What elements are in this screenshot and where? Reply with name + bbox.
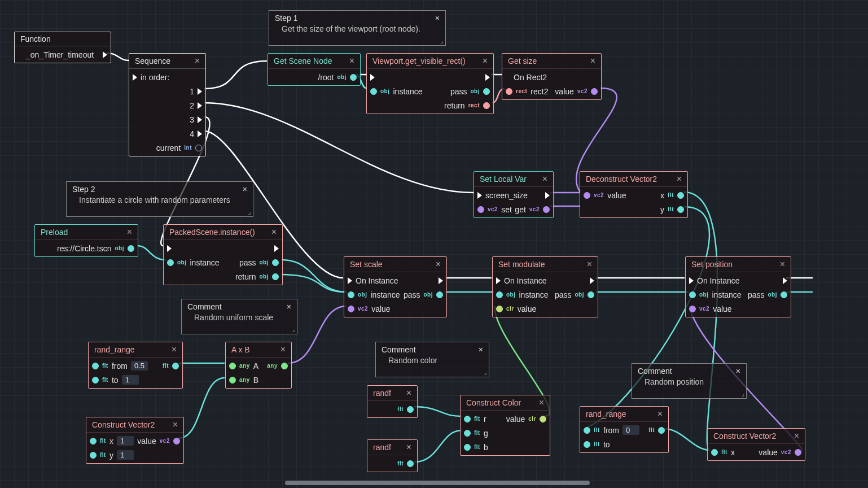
resize-handle-icon[interactable]: ⌟ <box>440 37 444 45</box>
port-in[interactable] <box>584 192 590 199</box>
port-out[interactable] <box>591 88 598 95</box>
exec-out-icon[interactable] <box>103 51 107 58</box>
port-out[interactable] <box>795 449 801 456</box>
port-out[interactable] <box>195 145 202 151</box>
port-in[interactable] <box>167 259 174 266</box>
port-out[interactable] <box>540 416 546 422</box>
close-icon[interactable]: × <box>780 259 785 269</box>
exec-in-icon[interactable] <box>167 245 172 252</box>
exec-out-icon[interactable] <box>590 277 594 284</box>
close-icon[interactable]: × <box>287 302 291 311</box>
from-input[interactable]: 0.5 <box>131 361 148 371</box>
resize-handle-icon[interactable]: ⌟ <box>292 325 295 333</box>
close-icon[interactable]: × <box>539 398 544 408</box>
node-deconstruct-vec2[interactable]: Deconstruct Vector2× vc2valuexflt yflt <box>580 171 688 218</box>
port-in[interactable] <box>496 291 503 298</box>
y-input[interactable]: 1 <box>117 450 134 460</box>
port-in[interactable] <box>464 416 471 422</box>
node-function[interactable]: Function _on_Timer_timeout <box>14 32 111 63</box>
close-icon[interactable]: × <box>172 345 177 355</box>
close-icon[interactable]: × <box>406 388 411 398</box>
comment-scale[interactable]: Comment× Random uniform scale ⌟ <box>181 299 297 334</box>
comment-step1[interactable]: Step 1× Get the size of the viewport (ro… <box>269 10 446 46</box>
resize-handle-icon[interactable]: ⌟ <box>484 368 487 376</box>
node-get-size[interactable]: Get size× On Rect2 rectrect2valuevc2 <box>502 53 602 100</box>
port-in[interactable] <box>689 306 696 312</box>
close-icon[interactable]: × <box>677 174 682 184</box>
close-icon[interactable]: × <box>271 227 277 237</box>
port-out[interactable] <box>407 460 414 467</box>
port-in[interactable] <box>496 306 503 312</box>
port-out[interactable] <box>677 206 684 213</box>
node-a-times-b[interactable]: A x B× anyAany anyB <box>225 342 292 389</box>
close-icon[interactable]: × <box>173 420 178 430</box>
from-input[interactable]: 0 <box>622 425 639 435</box>
port-out[interactable] <box>483 102 490 109</box>
exec-out-icon[interactable] <box>198 116 202 123</box>
node-randf-2[interactable]: randf× flt <box>367 439 418 472</box>
port-in[interactable] <box>711 449 718 456</box>
port-out[interactable] <box>172 363 179 369</box>
port-in[interactable] <box>506 88 512 95</box>
close-icon[interactable]: × <box>587 259 592 269</box>
close-icon[interactable]: × <box>542 174 547 184</box>
node-construct-color[interactable]: Construct Color× fltrvalueclr fltg fltb <box>460 395 550 456</box>
port-in[interactable] <box>229 377 236 384</box>
close-icon[interactable]: × <box>243 185 247 194</box>
node-construct-vec2-2[interactable]: Construct Vector2× fltxvaluevc2 <box>707 428 805 461</box>
close-icon[interactable]: × <box>436 259 441 269</box>
port-in[interactable] <box>229 363 236 369</box>
exec-out-icon[interactable] <box>274 245 279 252</box>
port-in[interactable] <box>689 291 696 298</box>
exec-in-icon[interactable] <box>133 74 137 81</box>
port-out[interactable] <box>281 363 288 369</box>
port-in[interactable] <box>584 441 590 448</box>
port-in[interactable] <box>464 444 471 451</box>
port-out[interactable] <box>272 259 279 266</box>
exec-in-icon[interactable] <box>689 277 694 284</box>
exec-out-icon[interactable] <box>485 74 490 81</box>
node-viewport-rect[interactable]: Viewport.get_visible_rect()× objinstance… <box>366 53 494 114</box>
x-input[interactable]: 1 <box>117 436 134 446</box>
exec-in-icon[interactable] <box>477 192 482 199</box>
close-icon[interactable]: × <box>127 227 132 237</box>
exec-in-icon[interactable] <box>370 74 375 81</box>
port-in[interactable] <box>90 452 97 459</box>
close-icon[interactable]: × <box>435 14 440 23</box>
node-preload[interactable]: Preload× res://Circle.tscnobj <box>34 224 138 257</box>
close-icon[interactable]: × <box>280 345 286 355</box>
close-icon[interactable]: × <box>349 56 354 66</box>
to-input[interactable]: 1 <box>122 375 139 385</box>
close-icon[interactable]: × <box>483 56 488 66</box>
close-icon[interactable]: × <box>590 56 595 66</box>
comment-position[interactable]: Comment× Random position ⌟ <box>632 363 747 399</box>
port-in[interactable] <box>477 206 484 213</box>
node-rand-range-2[interactable]: rand_range× fltfrom0flt fltto <box>580 406 669 453</box>
node-set-local-var[interactable]: Set Local Var× screen_size vc2setgetvc2 <box>474 171 554 218</box>
port-out[interactable] <box>173 438 180 445</box>
node-construct-vec2-1[interactable]: Construct Vector2× fltx1valuevc2 flty1 <box>86 417 184 464</box>
comment-color[interactable]: Comment× Random color ⌟ <box>375 342 489 377</box>
close-icon[interactable]: × <box>794 431 799 441</box>
resize-handle-icon[interactable]: ⌟ <box>741 390 744 398</box>
exec-in-icon[interactable] <box>348 277 352 284</box>
close-icon[interactable]: × <box>657 409 663 419</box>
close-icon[interactable]: × <box>479 345 483 354</box>
port-in[interactable] <box>370 88 377 95</box>
comment-step2[interactable]: Step 2× Instantiate a circle with random… <box>66 181 253 217</box>
node-set-scale[interactable]: Set scale× On Instance objinstancepassob… <box>344 256 447 317</box>
port-out[interactable] <box>350 74 357 81</box>
node-rand-range-1[interactable]: rand_range× fltfrom0.5flt fltto1 <box>88 342 183 389</box>
exec-out-icon[interactable] <box>439 277 443 284</box>
port-out[interactable] <box>781 291 787 298</box>
port-in[interactable] <box>92 377 99 384</box>
exec-out-icon[interactable] <box>545 192 550 199</box>
port-in[interactable] <box>584 427 590 434</box>
node-randf-1[interactable]: randf× flt <box>367 385 418 418</box>
close-icon[interactable]: × <box>406 442 411 452</box>
port-out[interactable] <box>272 273 279 280</box>
close-icon[interactable]: × <box>195 56 200 66</box>
port-out[interactable] <box>588 291 594 298</box>
node-set-modulate[interactable]: Set modulate× On Instance objinstancepas… <box>492 256 598 317</box>
port-in[interactable] <box>348 291 354 298</box>
